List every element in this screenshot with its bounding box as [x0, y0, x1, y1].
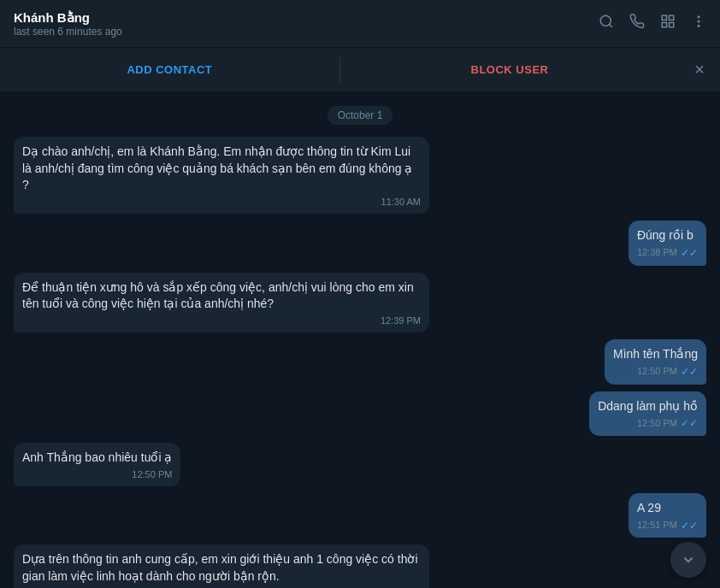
svg-point-0 [600, 15, 611, 26]
scroll-to-bottom-button[interactable] [670, 542, 706, 578]
block-user-button[interactable]: BLOCK USER [340, 50, 680, 90]
close-button[interactable]: × [679, 60, 720, 79]
message-row: Để thuận tiện xưng hô và sắp xếp công vi… [14, 273, 706, 333]
action-bar: ADD CONTACT BLOCK USER × [0, 48, 720, 92]
svg-point-6 [698, 15, 700, 18]
header-info: Khánh Bằng last seen 6 minutes ago [14, 10, 599, 38]
layout-icon[interactable] [660, 14, 676, 33]
svg-rect-4 [662, 23, 666, 27]
message-row: Ddang làm phụ hồ12:50 PM✓✓ [14, 391, 706, 436]
message-row: Đúng rồi b12:38 PM✓✓ [14, 220, 706, 265]
message-time: 12:50 PM [637, 365, 677, 378]
search-icon[interactable] [599, 14, 614, 33]
bubble-meta: 12:50 PM [22, 468, 172, 481]
message-row: Mình tên Thắng12:50 PM✓✓ [14, 339, 706, 384]
message-row: A 2912:51 PM✓✓ [14, 493, 706, 538]
svg-point-7 [698, 21, 700, 23]
message-bubble: Đúng rồi b12:38 PM✓✓ [629, 220, 706, 265]
bubble-meta: 11:30 AM [22, 196, 421, 209]
contact-status: last seen 6 minutes ago [14, 26, 599, 38]
svg-point-8 [698, 25, 700, 27]
message-bubble: Anh Thắng bao nhiêu tuổi ạ12:50 PM [14, 443, 180, 486]
messages-area: October 1 Dạ chào anh/chị, em là Khánh B… [0, 92, 720, 588]
message-row: Dạ chào anh/chị, em là Khánh Bằng. Em nh… [14, 137, 706, 214]
add-contact-button[interactable]: ADD CONTACT [0, 50, 339, 90]
bubble-meta: 12:39 PM [22, 315, 421, 327]
message-row: Anh Thắng bao nhiêu tuổi ạ12:50 PM [14, 443, 706, 486]
date-separator: October 1 [14, 106, 706, 125]
bubble-meta: 12:51 PM✓✓ [637, 519, 698, 533]
phone-icon[interactable] [629, 14, 645, 33]
message-checks: ✓✓ [681, 519, 698, 533]
message-row: Dựa trên thông tin anh cung cấp, em xin … [14, 544, 706, 588]
message-time: 12:39 PM [381, 315, 421, 327]
svg-rect-5 [670, 23, 674, 27]
message-bubble: A 2912:51 PM✓✓ [629, 493, 706, 538]
message-bubble: Dạ chào anh/chị, em là Khánh Bằng. Em nh… [14, 137, 429, 214]
message-time: 12:51 PM [637, 519, 677, 532]
messages-wrapper: October 1 Dạ chào anh/chị, em là Khánh B… [0, 92, 720, 588]
message-bubble: Ddang làm phụ hồ12:50 PM✓✓ [589, 391, 706, 436]
svg-rect-2 [662, 15, 666, 20]
message-checks: ✓✓ [681, 365, 698, 379]
bubble-meta: 12:38 PM✓✓ [637, 246, 698, 261]
chat-header: Khánh Bằng last seen 6 minutes ago [0, 0, 720, 48]
message-checks: ✓✓ [681, 246, 698, 261]
bubble-meta: 12:50 PM✓✓ [613, 365, 698, 379]
message-time: 12:38 PM [637, 246, 677, 259]
message-time: 12:50 PM [637, 417, 677, 430]
contact-name: Khánh Bằng [14, 10, 599, 26]
message-checks: ✓✓ [681, 416, 698, 431]
svg-rect-3 [670, 15, 674, 20]
more-icon[interactable] [691, 14, 706, 33]
message-bubble: Để thuận tiện xưng hô và sắp xếp công vi… [14, 273, 429, 333]
svg-line-1 [609, 24, 611, 26]
message-time: 11:30 AM [381, 196, 421, 209]
date-badge: October 1 [328, 106, 393, 125]
header-icons [599, 14, 706, 33]
message-bubble: Dựa trên thông tin anh cung cấp, em xin … [14, 544, 429, 588]
message-bubble: Mình tên Thắng12:50 PM✓✓ [605, 339, 706, 384]
bubble-meta: 12:50 PM✓✓ [598, 416, 698, 431]
message-time: 12:50 PM [132, 468, 172, 481]
